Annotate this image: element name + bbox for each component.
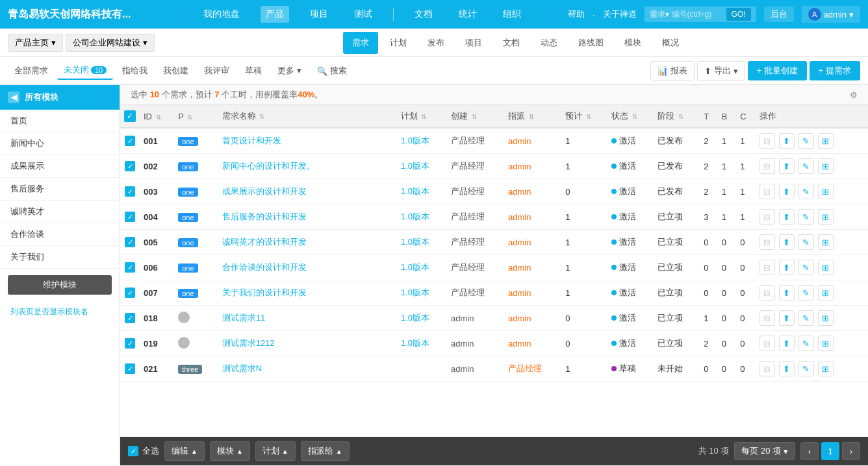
backend-button[interactable]: 后台 bbox=[764, 6, 794, 22]
sidebar-item-talent[interactable]: 诚聘英才 bbox=[0, 201, 120, 223]
sidebar-item-about[interactable]: 关于我们 bbox=[0, 246, 120, 269]
action-copy-icon[interactable]: ⊟ bbox=[760, 158, 775, 174]
action-copy-icon[interactable]: ⊟ bbox=[760, 336, 775, 351]
bottom-module-button[interactable]: 模块 ▲ bbox=[210, 441, 250, 461]
action-copy-icon[interactable]: ⊟ bbox=[760, 133, 775, 149]
action-export-icon[interactable]: ⬆ bbox=[779, 158, 795, 174]
maintain-module-button[interactable]: 维护模块 bbox=[8, 275, 112, 295]
action-export-icon[interactable]: ⬆ bbox=[779, 209, 795, 225]
sidebar-item-news[interactable]: 新闻中心 bbox=[0, 132, 120, 155]
zen-link[interactable]: 关于禅道 bbox=[603, 8, 637, 20]
action-more-icon[interactable]: ⊞ bbox=[818, 184, 834, 199]
tab-module[interactable]: 模块 bbox=[615, 32, 650, 54]
user-area[interactable]: A admin ▾ bbox=[802, 6, 860, 23]
prev-page-button[interactable]: ‹ bbox=[800, 442, 819, 460]
action-edit-icon[interactable]: ✎ bbox=[798, 133, 814, 149]
action-more-icon[interactable]: ⊞ bbox=[818, 310, 834, 326]
row-name[interactable]: 合作洽谈的设计和开发 bbox=[218, 255, 397, 280]
row-name[interactable]: 关于我们的设计和开发 bbox=[218, 280, 397, 306]
filter-created-me[interactable]: 我创建 bbox=[157, 62, 195, 79]
create-requirement-button[interactable]: + 提需求 bbox=[810, 61, 860, 80]
row-assigned[interactable]: 产品经理 bbox=[504, 356, 561, 382]
next-page-button[interactable]: › bbox=[842, 442, 860, 460]
row-checkbox[interactable]: ✓ bbox=[125, 288, 135, 298]
th-status[interactable]: 状态 ⇅ bbox=[607, 105, 654, 128]
action-copy-icon[interactable]: ⊟ bbox=[760, 361, 775, 376]
row-checkbox[interactable]: ✓ bbox=[125, 338, 135, 349]
action-more-icon[interactable]: ⊞ bbox=[818, 361, 834, 376]
row-name[interactable]: 测试需求1212 bbox=[218, 331, 397, 356]
settings-icon[interactable]: ⚙ bbox=[850, 90, 858, 100]
row-checkbox[interactable]: ✓ bbox=[125, 313, 135, 323]
nav-doc[interactable]: 文档 bbox=[409, 6, 438, 23]
action-export-icon[interactable]: ⬆ bbox=[779, 234, 795, 250]
action-edit-icon[interactable]: ✎ bbox=[798, 209, 814, 225]
row-assigned[interactable]: admin bbox=[504, 154, 561, 179]
row-name[interactable]: 测试需求11 bbox=[218, 306, 397, 331]
action-more-icon[interactable]: ⊞ bbox=[818, 285, 834, 300]
action-copy-icon[interactable]: ⊟ bbox=[760, 184, 775, 199]
action-copy-icon[interactable]: ⊟ bbox=[760, 285, 775, 300]
action-more-icon[interactable]: ⊞ bbox=[818, 336, 834, 351]
report-button[interactable]: 📊 报表 bbox=[650, 61, 695, 80]
action-copy-icon[interactable]: ⊟ bbox=[760, 234, 775, 250]
search-input[interactable] bbox=[672, 10, 724, 19]
page-1-button[interactable]: 1 bbox=[821, 442, 839, 460]
row-checkbox[interactable]: ✓ bbox=[125, 186, 135, 197]
bottom-assign-button[interactable]: 指派给 ▲ bbox=[301, 441, 350, 461]
help-link[interactable]: 帮助 bbox=[568, 8, 585, 20]
th-stage[interactable]: 阶段 ⇅ bbox=[654, 105, 700, 128]
show-module-toggle[interactable]: 列表页是否显示模块名 bbox=[0, 301, 120, 323]
row-assigned[interactable]: admin bbox=[504, 255, 561, 280]
row-assigned[interactable]: admin bbox=[504, 280, 561, 306]
action-more-icon[interactable]: ⊞ bbox=[818, 158, 834, 174]
action-export-icon[interactable]: ⬆ bbox=[779, 133, 795, 149]
tab-project[interactable]: 项目 bbox=[456, 32, 491, 54]
filter-more[interactable]: 更多 ▾ bbox=[271, 62, 308, 79]
nav-test[interactable]: 测试 bbox=[349, 6, 377, 23]
tab-roadmap[interactable]: 路线图 bbox=[569, 32, 613, 54]
row-name[interactable]: 新闻中心的设计和开发。 bbox=[218, 154, 397, 179]
tab-plan[interactable]: 计划 bbox=[381, 32, 416, 54]
row-assigned[interactable]: admin bbox=[504, 331, 561, 356]
row-name[interactable]: 成果展示的设计和开发 bbox=[218, 179, 397, 204]
row-assigned[interactable]: admin bbox=[504, 306, 561, 331]
sidebar-item-achievements[interactable]: 成果展示 bbox=[0, 155, 120, 178]
nav-my-desk[interactable]: 我的地盘 bbox=[198, 6, 245, 23]
filter-all[interactable]: 全部需求 bbox=[8, 62, 55, 79]
row-checkbox[interactable]: ✓ bbox=[125, 136, 135, 146]
breadcrumb-product[interactable]: 产品主页 ▾ bbox=[8, 34, 63, 52]
th-id[interactable]: ID ⇅ bbox=[140, 105, 174, 128]
select-all-checkbox[interactable]: ✓ bbox=[124, 110, 136, 122]
search-btn[interactable]: 🔍 搜索 bbox=[311, 62, 353, 79]
row-assigned[interactable]: admin bbox=[504, 204, 561, 230]
action-more-icon[interactable]: ⊞ bbox=[818, 234, 834, 250]
th-plan[interactable]: 计划 ⇅ bbox=[397, 105, 447, 128]
tab-activity[interactable]: 动态 bbox=[531, 32, 567, 54]
row-assigned[interactable]: admin bbox=[504, 128, 561, 154]
per-page-button[interactable]: 每页 20 项 ▾ bbox=[734, 442, 795, 460]
th-created[interactable]: 创建 ⇅ bbox=[447, 105, 504, 128]
action-edit-icon[interactable]: ✎ bbox=[798, 336, 814, 351]
tab-doc[interactable]: 文档 bbox=[494, 32, 529, 54]
go-button[interactable]: GO! bbox=[726, 8, 751, 21]
filter-reviewed-me[interactable]: 我评审 bbox=[198, 62, 236, 79]
action-edit-icon[interactable]: ✎ bbox=[798, 184, 814, 199]
action-export-icon[interactable]: ⬆ bbox=[779, 285, 795, 300]
action-export-icon[interactable]: ⬆ bbox=[779, 184, 795, 199]
row-name[interactable]: 测试需求N bbox=[218, 356, 397, 382]
bottom-checkbox[interactable]: ✓ bbox=[128, 446, 138, 456]
action-copy-icon[interactable]: ⊟ bbox=[760, 310, 775, 326]
action-export-icon[interactable]: ⬆ bbox=[779, 336, 795, 351]
bottom-plan-button[interactable]: 计划 ▲ bbox=[255, 441, 296, 461]
tab-overview[interactable]: 概况 bbox=[653, 32, 688, 54]
row-assigned[interactable]: admin bbox=[504, 230, 561, 255]
action-copy-icon[interactable]: ⊟ bbox=[760, 260, 775, 275]
action-edit-icon[interactable]: ✎ bbox=[798, 361, 814, 376]
row-checkbox[interactable]: ✓ bbox=[125, 237, 135, 247]
action-edit-icon[interactable]: ✎ bbox=[798, 310, 814, 326]
nav-project[interactable]: 项目 bbox=[305, 6, 333, 23]
th-assigned[interactable]: 指派 ⇅ bbox=[504, 105, 561, 128]
row-name[interactable]: 售后服务的设计和开发 bbox=[218, 204, 397, 230]
action-more-icon[interactable]: ⊞ bbox=[818, 209, 834, 225]
